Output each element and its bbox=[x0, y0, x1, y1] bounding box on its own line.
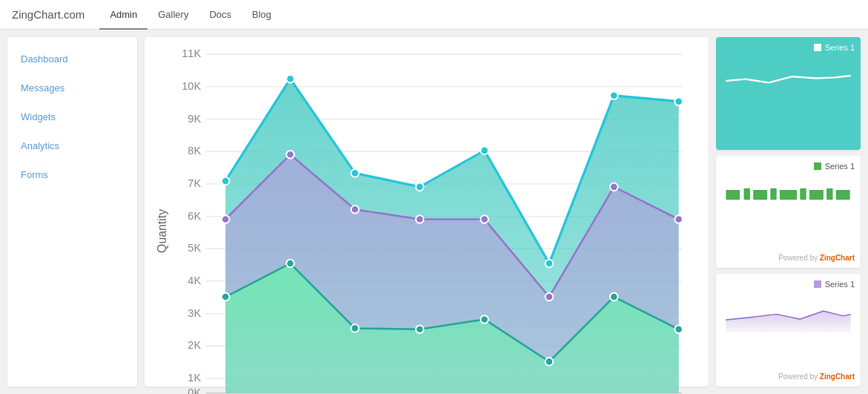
mini-chart-3-series-label: Series 1 bbox=[825, 280, 855, 289]
mini-chart-3-powered: Powered by ZingChart bbox=[722, 371, 855, 381]
svg-point-46 bbox=[351, 324, 360, 332]
nav-gallery[interactable]: Gallery bbox=[148, 0, 199, 30]
main-chart-container: 0K 1K 2K 3K 4K 5K 6K 7K 8K 9K 10K 11K Qu… bbox=[152, 45, 701, 394]
mini-zingchart-brand-3: ZingChart bbox=[820, 372, 855, 381]
svg-point-36 bbox=[222, 215, 230, 223]
sidebar: Dashboard Messages Widgets Analytics For… bbox=[7, 37, 137, 387]
mini-chart-2-svg-container bbox=[722, 174, 855, 253]
brand-logo: ZingChart.com bbox=[12, 8, 85, 21]
sidebar-item-messages[interactable]: Messages bbox=[7, 73, 137, 102]
main-chart-svg: 0K 1K 2K 3K 4K 5K 6K 7K 8K 9K 10K 11K Qu… bbox=[152, 45, 701, 394]
svg-rect-65 bbox=[780, 190, 797, 200]
svg-point-44 bbox=[222, 293, 230, 301]
svg-point-33 bbox=[546, 260, 554, 268]
svg-text:7K: 7K bbox=[188, 177, 201, 189]
nav-docs[interactable]: Docs bbox=[199, 0, 242, 30]
svg-point-37 bbox=[286, 151, 294, 159]
main-chart-area: 0K 1K 2K 3K 4K 5K 6K 7K 8K 9K 10K 11K Qu… bbox=[145, 37, 709, 387]
svg-point-40 bbox=[480, 215, 488, 223]
mini-chart-3: Series 1 Powered by ZingChart bbox=[716, 274, 861, 387]
mini-chart-2-legend: Series 1 bbox=[722, 162, 855, 171]
right-panel: Series 1 Series 1 bbox=[716, 37, 861, 387]
svg-point-35 bbox=[675, 97, 683, 105]
svg-text:Quantity: Quantity bbox=[156, 209, 168, 253]
svg-point-34 bbox=[610, 92, 618, 100]
svg-text:5K: 5K bbox=[188, 242, 201, 254]
mini-chart-3-svg-container bbox=[722, 292, 855, 371]
svg-point-45 bbox=[286, 260, 294, 268]
svg-point-48 bbox=[480, 315, 488, 324]
nav-blog[interactable]: Blog bbox=[242, 0, 282, 30]
svg-text:1K: 1K bbox=[188, 372, 201, 384]
svg-text:10K: 10K bbox=[182, 80, 201, 92]
svg-text:6K: 6K bbox=[188, 210, 201, 222]
svg-point-41 bbox=[546, 293, 554, 301]
svg-point-32 bbox=[480, 147, 488, 155]
svg-point-49 bbox=[546, 358, 554, 366]
svg-point-28 bbox=[222, 177, 230, 185]
svg-point-50 bbox=[610, 293, 618, 301]
svg-rect-64 bbox=[770, 188, 776, 199]
mini-zingchart-brand-2: ZingChart bbox=[820, 254, 855, 262]
svg-rect-67 bbox=[809, 190, 824, 200]
svg-point-38 bbox=[351, 206, 360, 214]
svg-text:11K: 11K bbox=[182, 47, 201, 59]
legend-box-2 bbox=[814, 162, 821, 170]
sidebar-item-dashboard[interactable]: Dashboard bbox=[7, 45, 137, 73]
mini-chart-1-legend: Series 1 bbox=[722, 43, 855, 52]
svg-point-30 bbox=[351, 169, 360, 177]
legend-box-3 bbox=[814, 280, 821, 288]
svg-point-42 bbox=[610, 183, 618, 191]
svg-point-29 bbox=[286, 75, 294, 83]
nav-admin[interactable]: Admin bbox=[99, 0, 148, 30]
svg-text:8K: 8K bbox=[188, 145, 201, 157]
svg-point-43 bbox=[675, 215, 683, 223]
svg-text:4K: 4K bbox=[188, 275, 201, 286]
sidebar-item-forms[interactable]: Forms bbox=[7, 160, 137, 189]
svg-rect-69 bbox=[836, 190, 850, 200]
svg-rect-63 bbox=[753, 190, 767, 200]
svg-text:0K: 0K bbox=[188, 387, 201, 394]
svg-text:2K: 2K bbox=[188, 339, 201, 351]
svg-rect-66 bbox=[800, 188, 806, 199]
svg-point-31 bbox=[416, 183, 424, 191]
svg-rect-68 bbox=[826, 188, 832, 199]
svg-marker-70 bbox=[726, 312, 850, 332]
mini-chart-2-series-label: Series 1 bbox=[825, 162, 855, 171]
svg-text:9K: 9K bbox=[188, 113, 201, 125]
sidebar-item-widgets[interactable]: Widgets bbox=[7, 102, 137, 131]
legend-box-1 bbox=[814, 44, 821, 51]
mini-chart-1: Series 1 bbox=[716, 37, 861, 150]
mini-chart-1-svg-container bbox=[722, 55, 855, 144]
mini-chart-2: Series 1 Powered by ZingChart bbox=[716, 156, 861, 269]
svg-point-47 bbox=[416, 325, 424, 333]
mini-chart-3-legend: Series 1 bbox=[722, 280, 855, 289]
mini-chart-1-series-label: Series 1 bbox=[825, 43, 855, 52]
sidebar-item-analytics[interactable]: Analytics bbox=[7, 131, 137, 160]
mini-chart-2-powered: Powered by ZingChart bbox=[722, 252, 855, 262]
svg-text:3K: 3K bbox=[188, 307, 201, 319]
top-nav: ZingChart.com Admin Gallery Docs Blog bbox=[0, 0, 868, 30]
svg-rect-61 bbox=[726, 190, 740, 200]
svg-point-39 bbox=[416, 215, 424, 223]
svg-rect-62 bbox=[743, 188, 749, 199]
svg-point-51 bbox=[675, 325, 683, 333]
main-layout: Dashboard Messages Widgets Analytics For… bbox=[0, 30, 868, 394]
